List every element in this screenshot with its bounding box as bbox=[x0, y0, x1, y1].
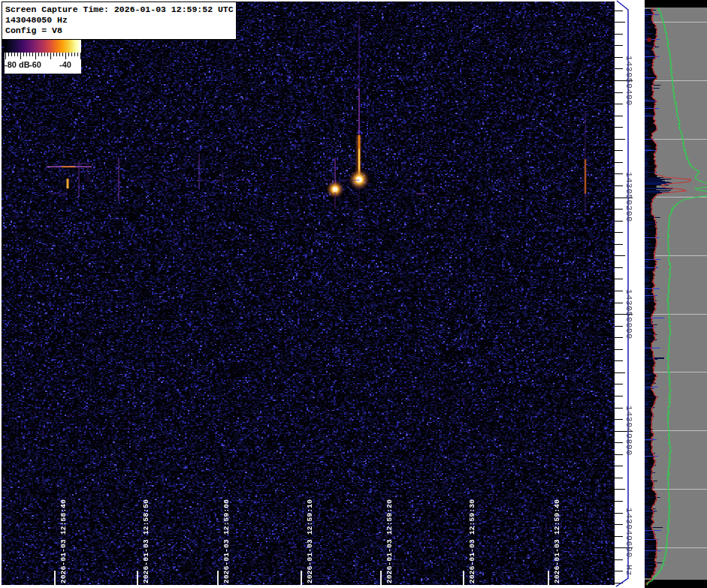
frequency-axis-label: 143050200 bbox=[624, 172, 634, 222]
colormap-gradient bbox=[5, 40, 81, 53]
time-tick-mark bbox=[54, 571, 56, 586]
time-tick-mark bbox=[301, 571, 302, 586]
color-scale-legend: -80 dB -60 -40 bbox=[5, 40, 81, 74]
time-tick-mark bbox=[217, 571, 219, 586]
frequency-axis-label: 143049800 bbox=[624, 406, 634, 456]
time-tick-mark bbox=[548, 571, 549, 586]
center-frequency-text: 143048050 Hz bbox=[5, 15, 233, 26]
frequency-axis-label: 143049600 bbox=[624, 508, 634, 558]
config-text: Config = V8 bbox=[5, 26, 233, 36]
time-axis-label: 2026-01-03 12:58:40 bbox=[59, 499, 68, 583]
time-axis-label: 2026-01-03 12:59:40 bbox=[553, 499, 561, 583]
time-tick-mark bbox=[463, 571, 464, 586]
time-tick-mark bbox=[137, 571, 138, 586]
time-axis-label: 2026-01-03 12:59:20 bbox=[385, 499, 394, 583]
db-label-80: -80 dB bbox=[5, 60, 30, 69]
capture-time-text: Screen Capture Time: 2026-01-03 12:59:52… bbox=[5, 5, 233, 15]
frequency-axis-label: 143050400 bbox=[624, 56, 634, 106]
time-axis-label: 2026-01-03 12:59:00 bbox=[222, 499, 231, 583]
colormap-ticks bbox=[5, 53, 81, 59]
frequency-axis-label: 143050000 bbox=[624, 289, 634, 339]
time-axis-label: 2026-01-03 12:58:50 bbox=[142, 499, 150, 583]
spectrogram-canvas[interactable] bbox=[2, 2, 615, 585]
db-label-40: -40 bbox=[59, 60, 71, 69]
colormap-labels: -80 dB -60 -40 bbox=[5, 59, 81, 73]
spectrum-panel-canvas[interactable] bbox=[645, 0, 707, 588]
capture-info-box: Screen Capture Time: 2026-01-03 12:59:52… bbox=[2, 2, 237, 40]
time-tick-mark bbox=[380, 571, 382, 586]
db-label-60: -60 bbox=[29, 60, 41, 69]
time-axis-label: 2026-01-03 12:59:30 bbox=[468, 499, 476, 583]
time-axis-label: 2026-01-03 12:59:10 bbox=[306, 499, 314, 583]
app-window: Screen Capture Time: 2026-01-03 12:59:52… bbox=[0, 0, 707, 588]
frequency-unit-label: Hz bbox=[624, 565, 634, 576]
